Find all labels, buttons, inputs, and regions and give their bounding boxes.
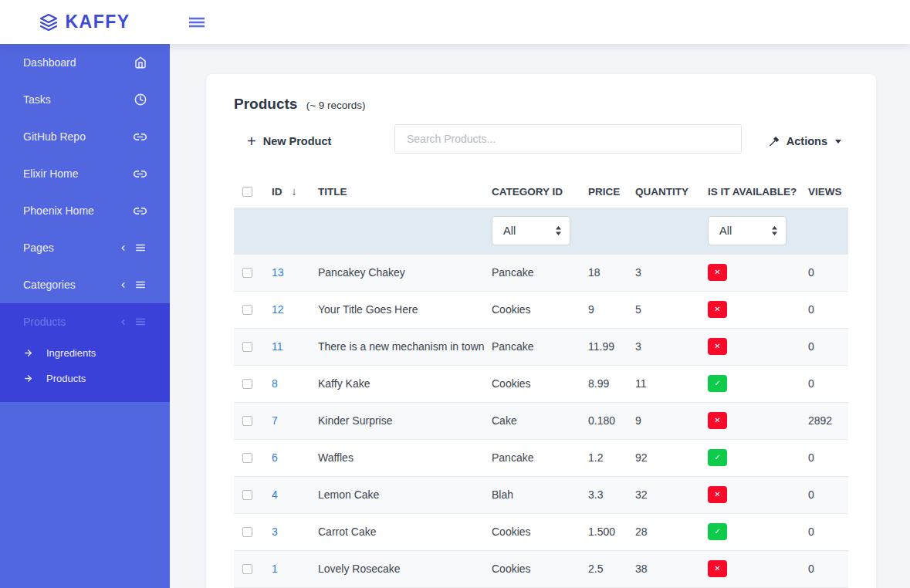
table-row: 13Pancakey ChakeyPancake183✕0 [234, 254, 848, 291]
column-header-title[interactable]: TITLE [313, 174, 487, 208]
price-cell: 9 [584, 291, 631, 328]
chevron-left-icon [119, 318, 127, 326]
column-header-views[interactable]: VIEWS [803, 174, 848, 208]
sidebar-item-pages[interactable]: Pages [0, 229, 170, 266]
category-filter-select[interactable]: All [492, 216, 570, 245]
topbar: KAFFY [0, 0, 910, 44]
filter-row: All All [234, 208, 848, 254]
quantity-cell: 28 [631, 513, 703, 550]
views-cell: 0 [803, 328, 848, 365]
column-header-category[interactable]: CATEGORY ID [487, 174, 584, 208]
row-checkbox[interactable] [242, 453, 252, 463]
available-cell: ✕ [703, 328, 803, 365]
sidebar-item-label: Tasks [23, 93, 51, 106]
product-id-link[interactable]: 11 [272, 340, 283, 353]
page-title: Products (~ 9 records) [234, 96, 848, 113]
column-header-price[interactable]: PRICE [584, 174, 631, 208]
search-input[interactable] [394, 124, 742, 154]
column-header-available[interactable]: IS IT AVAILABLE? [703, 174, 803, 208]
column-header-id[interactable]: ID↓ [267, 174, 313, 208]
row-select-cell [234, 513, 267, 550]
category-cell: Pancake [487, 328, 584, 365]
row-checkbox[interactable] [242, 490, 252, 500]
available-cell: ✓ [703, 439, 803, 476]
actions-dropdown-button[interactable]: Actions [768, 135, 841, 147]
sidebar-item-dashboard[interactable]: Dashboard [0, 44, 170, 81]
sidebar-subitem-products[interactable]: Products [0, 366, 170, 391]
sidebar-item-label: Pages [23, 242, 54, 254]
sidebar-toggle-button[interactable] [188, 15, 205, 29]
actions-label: Actions [787, 135, 827, 147]
category-cell: Cookies [487, 291, 584, 328]
product-id-link[interactable]: 7 [272, 414, 278, 427]
available-cell: ✕ [703, 254, 803, 291]
row-select-cell [234, 550, 267, 587]
table-row: 4Lemon CakeBlah3.332✕0 [234, 476, 848, 513]
available-check-badge: ✓ [708, 375, 727, 392]
table-header-row: ID↓ TITLE CATEGORY ID PRICE QUANTITY IS … [234, 174, 848, 208]
row-checkbox[interactable] [242, 379, 252, 389]
product-id-link[interactable]: 8 [272, 377, 278, 390]
column-header-quantity[interactable]: QUANTITY [631, 174, 703, 208]
unavailable-x-badge: ✕ [708, 264, 727, 281]
row-checkbox[interactable] [242, 564, 252, 574]
available-cell: ✕ [703, 291, 803, 328]
sidebar-item-elixir-home[interactable]: Elixir Home [0, 155, 170, 192]
arrow-right-icon [23, 373, 33, 384]
sidebar-item-tasks[interactable]: Tasks [0, 81, 170, 118]
records-count: (~ 9 records) [306, 100, 366, 111]
id-cell: 7 [267, 402, 313, 439]
views-cell: 0 [803, 513, 848, 550]
row-select-cell [234, 402, 267, 439]
sidebar: Dashboard Tasks GitHub Repo Elixir Home … [0, 44, 170, 588]
sidebar-subitem-ingredients[interactable]: Ingredients [0, 340, 170, 366]
price-cell: 1.2 [584, 439, 631, 476]
product-id-link[interactable]: 1 [272, 563, 278, 575]
available-filter-select[interactable]: All [708, 216, 787, 245]
select-all-checkbox[interactable] [242, 187, 252, 197]
available-cell: ✓ [703, 365, 803, 402]
sidebar-item-label: Elixir Home [23, 167, 79, 180]
row-checkbox[interactable] [242, 342, 252, 352]
views-cell: 0 [803, 254, 848, 291]
new-product-button[interactable]: + New Product [247, 133, 331, 149]
home-icon [134, 56, 147, 69]
row-checkbox[interactable] [242, 305, 252, 315]
product-id-link[interactable]: 13 [272, 266, 284, 279]
available-cell: ✓ [703, 513, 803, 550]
row-checkbox[interactable] [242, 268, 252, 278]
id-cell: 1 [267, 550, 313, 587]
product-id-link[interactable]: 6 [272, 451, 278, 464]
id-cell: 11 [267, 328, 313, 365]
row-checkbox[interactable] [242, 416, 252, 426]
quantity-cell: 32 [631, 476, 703, 513]
sidebar-item-categories[interactable]: Categories [0, 266, 170, 303]
sidebar-item-label: Dashboard [23, 56, 76, 69]
available-check-badge: ✓ [708, 523, 727, 540]
category-cell: Cookies [487, 513, 584, 550]
row-select-cell [234, 439, 267, 476]
quantity-cell: 3 [631, 328, 703, 365]
menu-icon [134, 279, 147, 290]
title-cell: Kaffy Kake [313, 365, 487, 402]
menu-icon [134, 316, 147, 327]
unavailable-x-badge: ✕ [708, 338, 727, 355]
row-checkbox[interactable] [242, 527, 252, 537]
views-cell: 0 [803, 439, 848, 476]
product-id-link[interactable]: 12 [272, 303, 284, 316]
brand-logo[interactable]: KAFFY [0, 12, 170, 32]
quantity-cell: 3 [631, 254, 703, 291]
link-icon [134, 204, 147, 218]
price-cell: 18 [584, 254, 631, 291]
views-cell: 0 [803, 365, 848, 402]
sidebar-item-label: Products [23, 316, 66, 328]
brand-text: KAFFY [65, 12, 130, 32]
sidebar-item-github-repo[interactable]: GitHub Repo [0, 118, 170, 155]
title-cell: Lemon Cake [313, 476, 487, 513]
product-id-link[interactable]: 4 [272, 488, 278, 501]
price-cell: 0.180 [584, 402, 631, 439]
page-title-text: Products [234, 96, 297, 112]
product-id-link[interactable]: 3 [272, 525, 278, 538]
sidebar-item-phoenix-home[interactable]: Phoenix Home [0, 192, 170, 229]
sidebar-item-products[interactable]: Products [0, 303, 170, 340]
